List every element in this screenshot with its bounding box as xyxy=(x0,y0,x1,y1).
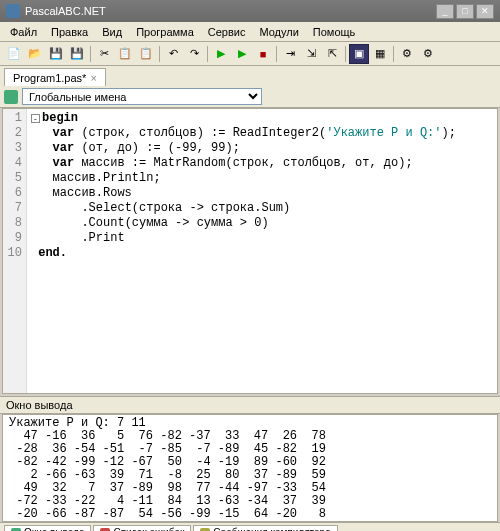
run2-icon[interactable]: ▶ xyxy=(232,44,252,64)
errors-tab-icon xyxy=(100,528,110,532)
code-text: .Select(строка -> строка.Sum) xyxy=(81,201,290,215)
tab-label: Окно вывода xyxy=(24,527,84,531)
open-file-icon[interactable]: 📂 xyxy=(25,44,45,64)
code-string: 'Укажите P и Q:' xyxy=(326,126,441,140)
copy-icon[interactable]: 📋 xyxy=(115,44,135,64)
tab-errors[interactable]: Список ошибок xyxy=(93,525,191,531)
step-into-icon[interactable]: ⇲ xyxy=(301,44,321,64)
run-icon[interactable]: ▶ xyxy=(211,44,231,64)
tab-close-icon[interactable]: × xyxy=(90,72,96,84)
close-button[interactable]: ✕ xyxy=(476,4,494,19)
bottom-tabs: Окно вывода Список ошибок Сообщения комп… xyxy=(0,522,500,531)
menu-file[interactable]: Файл xyxy=(4,24,43,39)
output-tab-icon xyxy=(11,528,21,532)
toolbar: 📄 📂 💾 💾 ✂ 📋 📋 ↶ ↷ ▶ ▶ ■ ⇥ ⇲ ⇱ ▣ ▦ ⚙ ⚙ xyxy=(0,42,500,66)
tab-strip: Program1.pas* × xyxy=(0,66,500,86)
toolbar-separator xyxy=(207,46,208,62)
save-all-icon[interactable]: 💾 xyxy=(67,44,87,64)
line-number: 2 xyxy=(3,126,26,141)
options2-icon[interactable]: ⚙ xyxy=(418,44,438,64)
toolbar-separator xyxy=(345,46,346,62)
menu-edit[interactable]: Правка xyxy=(45,24,94,39)
tab-label: Список ошибок xyxy=(113,527,184,531)
tab-compiler[interactable]: Сообщения компилятора xyxy=(193,525,337,531)
scope-bar: Глобальные имена xyxy=(0,86,500,108)
line-number: 8 xyxy=(3,216,26,231)
gutter: 1 2 3 4 5 6 7 8 9 10 xyxy=(3,109,27,393)
tab-output[interactable]: Окно вывода xyxy=(4,525,91,531)
menu-help[interactable]: Помощь xyxy=(307,24,362,39)
toolbar-separator xyxy=(276,46,277,62)
menu-program[interactable]: Программа xyxy=(130,24,200,39)
menu-view[interactable]: Вид xyxy=(96,24,128,39)
scope-select[interactable]: Глобальные имена xyxy=(22,88,262,105)
tab-label: Сообщения компилятора xyxy=(213,527,330,531)
fold-icon[interactable]: - xyxy=(31,114,40,123)
tab-program1[interactable]: Program1.pas* × xyxy=(4,68,106,86)
code-keyword: end. xyxy=(38,246,67,260)
line-number: 1 xyxy=(3,111,26,126)
window-title: PascalABC.NET xyxy=(25,5,106,17)
code-text: (от, до) := (-99, 99); xyxy=(74,141,240,155)
code-text: массив.Rows xyxy=(53,186,132,200)
form-icon[interactable]: ▦ xyxy=(370,44,390,64)
code-text: массив.Println; xyxy=(53,171,161,185)
scope-icon xyxy=(4,90,18,104)
editor: 1 2 3 4 5 6 7 8 9 10 -begin var (строк, … xyxy=(2,108,498,394)
app-icon xyxy=(6,4,20,18)
output-header: Окно вывода xyxy=(0,396,500,414)
menu-modules[interactable]: Модули xyxy=(253,24,304,39)
paste-icon[interactable]: 📋 xyxy=(136,44,156,64)
code-text: массив := MatrRandom(строк, столбцов, от… xyxy=(74,156,412,170)
line-number: 5 xyxy=(3,171,26,186)
toolbar-separator xyxy=(90,46,91,62)
terminal-icon[interactable]: ▣ xyxy=(349,44,369,64)
save-icon[interactable]: 💾 xyxy=(46,44,66,64)
line-number: 6 xyxy=(3,186,26,201)
undo-icon[interactable]: ↶ xyxy=(163,44,183,64)
cut-icon[interactable]: ✂ xyxy=(94,44,114,64)
code-keyword: var xyxy=(53,141,75,155)
compiler-tab-icon xyxy=(200,528,210,532)
tab-label: Program1.pas* xyxy=(13,72,86,84)
output-panel[interactable]: Укажите P и Q: 7 11 47 -16 36 5 76 -82 -… xyxy=(2,414,498,522)
titlebar: PascalABC.NET _ □ ✕ xyxy=(0,0,500,22)
code-keyword: var xyxy=(53,156,75,170)
menubar: Файл Правка Вид Программа Сервис Модули … xyxy=(0,22,500,42)
line-number: 3 xyxy=(3,141,26,156)
code-text: .Print xyxy=(81,231,124,245)
code-area[interactable]: -begin var (строк, столбцов) := ReadInte… xyxy=(27,109,497,393)
new-file-icon[interactable]: 📄 xyxy=(4,44,24,64)
window-controls: _ □ ✕ xyxy=(436,4,494,19)
line-number: 10 xyxy=(3,246,26,261)
maximize-button[interactable]: □ xyxy=(456,4,474,19)
menu-service[interactable]: Сервис xyxy=(202,24,252,39)
toolbar-separator xyxy=(393,46,394,62)
line-number: 7 xyxy=(3,201,26,216)
line-number: 4 xyxy=(3,156,26,171)
code-text: .Count(сумма -> сумма > 0) xyxy=(81,216,268,230)
code-keyword: begin xyxy=(42,111,78,125)
line-number: 9 xyxy=(3,231,26,246)
stop-icon[interactable]: ■ xyxy=(253,44,273,64)
code-keyword: var xyxy=(53,126,75,140)
options-icon[interactable]: ⚙ xyxy=(397,44,417,64)
code-text: ); xyxy=(441,126,455,140)
step-icon[interactable]: ⇥ xyxy=(280,44,300,64)
step-out-icon[interactable]: ⇱ xyxy=(322,44,342,64)
redo-icon[interactable]: ↷ xyxy=(184,44,204,64)
minimize-button[interactable]: _ xyxy=(436,4,454,19)
code-text: (строк, столбцов) := ReadInteger2( xyxy=(74,126,326,140)
toolbar-separator xyxy=(159,46,160,62)
